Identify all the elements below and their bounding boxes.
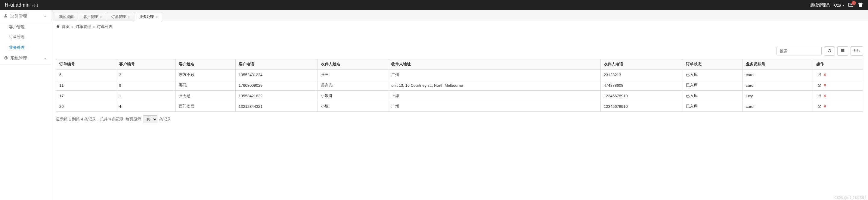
sidebar-item-order[interactable]: 订单管理 — [0, 32, 51, 42]
breadcrumb-mid[interactable]: 订单管理 — [75, 24, 91, 30]
table-cell: 11 — [56, 80, 116, 91]
per-page-pre: 每页显示 — [125, 117, 141, 122]
breadcrumb-home[interactable]: 首页 — [62, 24, 69, 30]
col-ops: 操作 — [813, 59, 863, 69]
table-cell: 张无忌 — [176, 91, 236, 101]
table-toolbar: ▾ — [51, 32, 868, 59]
tab-customer[interactable]: 客户管理 × — [79, 13, 106, 21]
table-cell: 13212344321 — [235, 101, 317, 112]
breadcrumb-sep: > — [71, 25, 74, 29]
refresh-icon — [827, 49, 832, 54]
col-recipient-name[interactable]: 收件人姓名 — [318, 59, 388, 69]
price-button[interactable] — [823, 83, 827, 88]
table-header-row: 订单编号 客户编号 客户姓名 客户电话 收件人姓名 收件人地址 收件人电话 订单… — [56, 59, 863, 69]
table-cell: 4 — [116, 101, 176, 112]
sidebar-group-biz[interactable]: 业务管理 — [0, 10, 51, 22]
price-button[interactable] — [823, 104, 827, 109]
table-row: 204西门吹雪13212344321小敬广州12345678910已入库caro… — [56, 101, 863, 112]
table-cell: 广州 — [388, 101, 601, 112]
breadcrumb-sep: > — [93, 25, 95, 29]
sidebar-subgroup-biz: 客户管理 订单管理 业务处理 — [0, 22, 51, 53]
tab-label: 订单管理 — [111, 15, 126, 20]
search-input[interactable] — [776, 47, 822, 55]
sidebar-group-label: 业务管理 — [10, 13, 27, 19]
table-cell: 小敬 — [318, 101, 388, 112]
close-icon[interactable]: × — [128, 15, 130, 19]
table-cell: 已入库 — [683, 69, 743, 80]
col-staff[interactable]: 业务员账号 — [743, 59, 813, 69]
table-cell: unit 13, 16 Courtney st., North Melbourn… — [388, 80, 601, 91]
tab-desktop[interactable]: 我的桌面 — [55, 13, 78, 21]
table-row: 63东方不败13552431234张三广州23123213已入库carol — [56, 69, 863, 80]
chevron-up-icon — [44, 13, 46, 18]
chevron-down-icon — [44, 56, 46, 61]
chevron-down-icon: ▾ — [842, 4, 844, 7]
breadcrumb-leaf: 订单列表 — [97, 24, 113, 30]
table-cell: 已入库 — [683, 91, 743, 101]
user-menu[interactable]: Oza ▾ — [834, 3, 844, 7]
table-cell: 20 — [56, 101, 116, 112]
col-order-id[interactable]: 订单编号 — [56, 59, 116, 69]
table-cell: 6 — [56, 69, 116, 80]
dispatch-button[interactable] — [817, 72, 822, 77]
tab-label: 客户管理 — [83, 15, 98, 20]
tab-process[interactable]: 业务处理 × — [135, 13, 162, 21]
sidebar-item-customer[interactable]: 客户管理 — [0, 22, 51, 32]
table-row: 171张无忌13553421632小敬哥上海12345678910已入库lucy — [56, 91, 863, 101]
watermark: CSDN @m0_71327314 — [835, 196, 866, 199]
table-cell: 张三 — [318, 69, 388, 80]
col-customer-phone[interactable]: 客户电话 — [235, 59, 317, 69]
table-cell: 17608009029 — [235, 80, 317, 91]
dispatch-button[interactable] — [817, 104, 822, 109]
price-button[interactable] — [823, 93, 827, 98]
list-icon — [841, 49, 845, 54]
header-right: 超级管理员 Oza ▾ 1 — [810, 2, 863, 8]
col-customer-id[interactable]: 客户编号 — [116, 59, 176, 69]
ops-cell — [813, 69, 863, 80]
user-role: 超级管理员 — [810, 2, 830, 8]
table-cell: 广州 — [388, 69, 601, 80]
close-icon[interactable]: × — [100, 15, 102, 19]
dispatch-button[interactable] — [817, 93, 822, 98]
ops-cell — [813, 80, 863, 91]
col-recipient-phone[interactable]: 收件人电话 — [600, 59, 683, 69]
columns-button[interactable] — [837, 47, 848, 56]
price-button[interactable] — [823, 72, 827, 77]
pagination-info: 显示第 1 到第 4 条记录，总共 4 条记录 — [56, 117, 124, 122]
dispatch-button[interactable] — [817, 83, 822, 88]
theme-button[interactable] — [858, 2, 863, 8]
close-icon[interactable]: × — [156, 15, 158, 19]
top-header: H-ui.admin v3.1 超级管理员 Oza ▾ 1 — [0, 0, 868, 10]
table-cell: 9 — [116, 80, 176, 91]
table-row: 119哪吒17608009029吴亦凡unit 13, 16 Courtney … — [56, 80, 863, 91]
per-page-post: 条记录 — [159, 117, 171, 122]
table-cell: 474878608 — [600, 80, 683, 91]
ops-cell — [813, 101, 863, 112]
sidebar-item-process[interactable]: 业务处理 — [0, 42, 51, 53]
sidebar-group-sys[interactable]: 系统管理 — [0, 53, 51, 64]
table-cell: 已入库 — [683, 101, 743, 112]
order-table: 订单编号 客户编号 客户姓名 客户电话 收件人姓名 收件人地址 收件人电话 订单… — [56, 59, 863, 112]
col-order-status[interactable]: 订单状态 — [683, 59, 743, 69]
page-size-select[interactable]: 10 — [143, 115, 157, 123]
table-cell: 上海 — [388, 91, 601, 101]
table-cell: 东方不败 — [176, 69, 236, 80]
view-mode-button[interactable]: ▾ — [850, 47, 863, 56]
table-cell: 3 — [116, 69, 176, 80]
mail-button[interactable]: 1 — [848, 3, 854, 8]
user-icon — [4, 13, 8, 19]
home-icon — [56, 24, 60, 29]
table-cell: lucy — [743, 91, 813, 101]
col-customer-name[interactable]: 客户姓名 — [176, 59, 236, 69]
table-footer: 显示第 1 到第 4 条记录，总共 4 条记录 每页显示 10 条记录 — [51, 112, 868, 127]
ops-cell — [813, 91, 863, 101]
grid-icon — [854, 49, 858, 54]
sidebar: 业务管理 客户管理 订单管理 业务处理 系统管理 — [0, 10, 51, 200]
table-cell: 23123213 — [600, 69, 683, 80]
refresh-button[interactable] — [824, 47, 835, 56]
brand-title: H-ui.admin — [5, 2, 30, 8]
table-cell: 已入库 — [683, 80, 743, 91]
col-recipient-addr[interactable]: 收件人地址 — [388, 59, 601, 69]
tab-order[interactable]: 订单管理 × — [107, 13, 134, 21]
gear-icon — [4, 56, 8, 61]
